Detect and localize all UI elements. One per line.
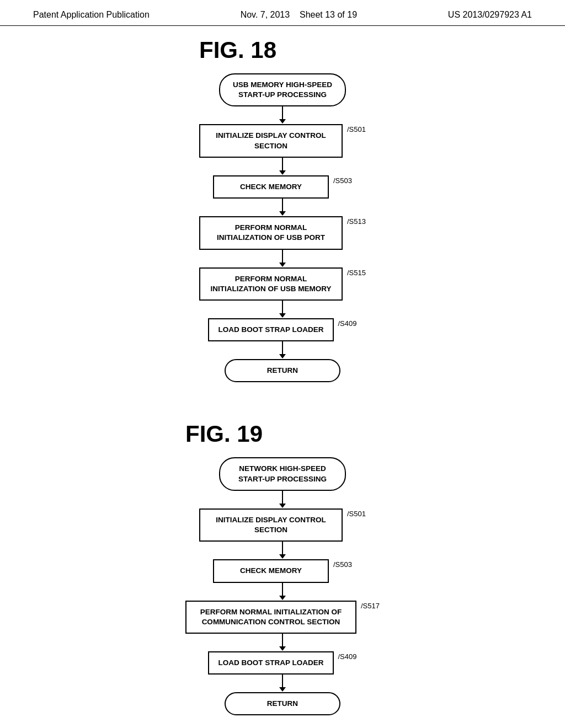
fig19-step-s503-label: /S503 (333, 559, 352, 569)
fig18-step-s503-label: /S503 (333, 175, 352, 185)
fig18-step-s513-label: /S513 (347, 216, 366, 226)
fig19-step-s517-box: PERFORM NORMAL INITIALIZATION OF COMMUNI… (185, 601, 356, 634)
fig18-step-s409-row: LOAD BOOT STRAP LOADER /S409 (208, 318, 356, 341)
fig18-step-s515-row: PERFORM NORMAL INITIALIZATION OF USB MEM… (199, 267, 366, 301)
header-left: Patent Application Publication (33, 10, 150, 20)
fig18-step-s513-box: PERFORM NORMAL INITIALIZATION OF USB POR… (199, 216, 343, 249)
header-right: US 2013/0297923 A1 (448, 10, 532, 20)
fig18-arrow-5 (282, 341, 283, 355)
fig18-step-s409-box: LOAD BOOT STRAP LOADER (208, 318, 333, 341)
fig19-arrow-3 (282, 634, 283, 647)
header-center: Nov. 7, 2013 Sheet 13 of 19 (241, 10, 357, 20)
fig18-step-s501-label: /S501 (347, 124, 366, 133)
fig19-step-s501-row: INITIALIZE DISPLAY CONTROL SECTION /S501 (199, 508, 366, 542)
fig18-step-s503-row: CHECK MEMORY /S503 (213, 175, 352, 199)
fig18-step-s501-row: INITIALIZE DISPLAY CONTROL SECTION /S501 (199, 124, 366, 157)
fig19-section: FIG. 19 NETWORK HIGH-SPEED START-UP PROC… (185, 421, 380, 728)
fig18-step-s501-box: INITIALIZE DISPLAY CONTROL SECTION (199, 124, 343, 157)
fig19-arrow-2 (282, 583, 283, 596)
fig19-end-row: RETURN (225, 692, 340, 715)
fig18-step-s503-box: CHECK MEMORY (213, 175, 329, 199)
fig19-arrow-1 (282, 542, 283, 555)
fig18-step-s515-box: PERFORM NORMAL INITIALIZATION OF USB MEM… (199, 267, 343, 301)
fig18-arrow-4 (282, 301, 283, 314)
fig18-arrow-3 (282, 250, 283, 263)
fig19-end-box: RETURN (225, 692, 340, 715)
fig19-step-s501-label: /S501 (347, 508, 366, 518)
fig19-step-s517-label: /S517 (361, 601, 380, 610)
fig18-start-row: USB MEMORY HIGH-SPEED START-UP PROCESSIN… (219, 73, 346, 106)
fig19-step-s409-label: /S409 (338, 651, 357, 661)
fig19-step-s501-box: INITIALIZE DISPLAY CONTROL SECTION (199, 508, 343, 542)
page-content: FIG. 18 USB MEMORY HIGH-SPEED START-UP P… (0, 26, 565, 728)
fig19-step-s409-box: LOAD BOOT STRAP LOADER (208, 651, 333, 675)
fig18-end-row: RETURN (225, 359, 340, 382)
fig19-title: FIG. 19 (185, 421, 380, 447)
page-header: Patent Application Publication Nov. 7, 2… (0, 0, 565, 26)
fig19-arrow-0 (282, 491, 283, 504)
fig19-flowchart: NETWORK HIGH-SPEED START-UP PROCESSING I… (185, 457, 380, 715)
fig19-step-s503-box: CHECK MEMORY (213, 559, 329, 582)
fig19-step-s409-row: LOAD BOOT STRAP LOADER /S409 (208, 651, 356, 675)
fig18-section: FIG. 18 USB MEMORY HIGH-SPEED START-UP P… (199, 37, 366, 404)
fig18-end-box: RETURN (225, 359, 340, 382)
fig18-step-s513-row: PERFORM NORMAL INITIALIZATION OF USB POR… (199, 216, 366, 249)
fig19-step-s503-row: CHECK MEMORY /S503 (213, 559, 352, 582)
fig19-start-box: NETWORK HIGH-SPEED START-UP PROCESSING (219, 457, 346, 490)
fig19-start-row: NETWORK HIGH-SPEED START-UP PROCESSING (219, 457, 346, 490)
fig18-arrow-0 (282, 106, 283, 120)
fig18-title: FIG. 18 (199, 37, 366, 63)
fig18-flowchart: USB MEMORY HIGH-SPEED START-UP PROCESSIN… (199, 73, 366, 382)
fig18-step-s515-label: /S515 (347, 267, 366, 277)
fig18-arrow-1 (282, 158, 283, 171)
fig19-step-s517-row: PERFORM NORMAL INITIALIZATION OF COMMUNI… (185, 601, 380, 634)
fig19-arrow-4 (282, 675, 283, 688)
fig18-step-s409-label: /S409 (338, 318, 357, 328)
fig18-arrow-2 (282, 199, 283, 212)
fig18-start-box: USB MEMORY HIGH-SPEED START-UP PROCESSIN… (219, 73, 346, 106)
